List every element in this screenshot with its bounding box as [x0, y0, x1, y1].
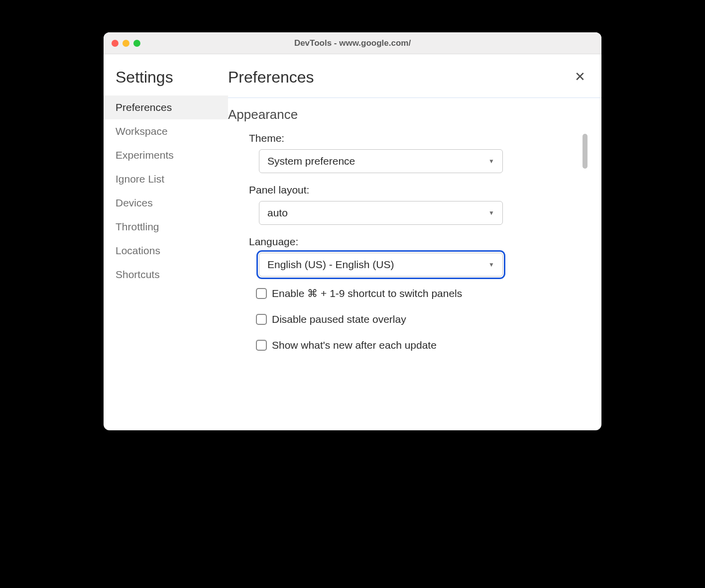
panel-layout-field: Panel layout: auto ▼ — [228, 184, 598, 225]
language-value: English (US) - English (US) — [267, 259, 394, 271]
traffic-lights — [104, 40, 140, 47]
checkbox-input[interactable] — [256, 288, 267, 299]
language-field: Language: English (US) - English (US) ▼ — [228, 236, 598, 277]
window-minimize-button[interactable] — [122, 40, 129, 47]
checkbox-whats-new: Show what's new after each update — [228, 339, 598, 351]
sidebar-item-label: Shortcuts — [116, 269, 160, 280]
section-title: Appearance — [228, 98, 598, 132]
titlebar: DevTools - www.google.com/ — [104, 32, 601, 54]
checkbox-label: Show what's new after each update — [272, 339, 437, 351]
sidebar-item-shortcuts[interactable]: Shortcuts — [104, 263, 228, 287]
checkbox-enable-shortcut: Enable ⌘ + 1-9 shortcut to switch panels — [228, 288, 598, 299]
sidebar-item-label: Experiments — [116, 149, 174, 161]
panel-layout-select[interactable]: auto ▼ — [259, 201, 503, 225]
theme-select[interactable]: System preference ▼ — [259, 149, 503, 173]
panel-layout-label: Panel layout: — [249, 184, 598, 196]
chevron-down-icon: ▼ — [488, 261, 494, 268]
checkbox-label: Enable ⌘ + 1-9 shortcut to switch panels — [272, 288, 462, 299]
theme-value: System preference — [267, 155, 355, 167]
panel-layout-value: auto — [267, 207, 288, 219]
sidebar-item-label: Workspace — [116, 125, 168, 137]
sidebar-item-label: Devices — [116, 197, 153, 208]
content: Settings Preferences Workspace Experimen… — [104, 54, 601, 430]
sidebar-item-label: Ignore List — [116, 173, 164, 185]
sidebar-item-locations[interactable]: Locations — [104, 239, 228, 263]
window-maximize-button[interactable] — [133, 40, 140, 47]
sidebar-item-devices[interactable]: Devices — [104, 191, 228, 215]
window-title: DevTools - www.google.com/ — [104, 38, 601, 48]
close-button[interactable]: ✕ — [571, 68, 589, 85]
sidebar-title: Settings — [104, 68, 228, 96]
sidebar-item-label: Locations — [116, 245, 160, 256]
window-close-button[interactable] — [112, 40, 118, 47]
chevron-down-icon: ▼ — [488, 158, 494, 165]
checkbox-input[interactable] — [256, 340, 267, 351]
app-window: DevTools - www.google.com/ Settings Pref… — [104, 32, 601, 430]
language-select[interactable]: English (US) - English (US) ▼ — [259, 253, 503, 277]
sidebar-item-label: Preferences — [116, 101, 172, 113]
chevron-down-icon: ▼ — [488, 209, 494, 216]
checkbox-input[interactable] — [256, 314, 267, 325]
checkbox-label: Disable paused state overlay — [272, 313, 406, 325]
scrollbar-thumb[interactable] — [583, 134, 588, 169]
sidebar-item-label: Throttling — [116, 221, 159, 232]
theme-label: Theme: — [249, 132, 598, 144]
sidebar: Settings Preferences Workspace Experimen… — [104, 54, 228, 430]
main-header: Preferences ✕ — [228, 68, 601, 98]
close-icon: ✕ — [575, 69, 586, 84]
sidebar-item-preferences[interactable]: Preferences — [104, 96, 228, 119]
main-panel: Preferences ✕ Appearance Theme: System p… — [228, 54, 601, 430]
language-label: Language: — [249, 236, 598, 248]
page-title: Preferences — [228, 68, 314, 98]
sidebar-item-throttling[interactable]: Throttling — [104, 215, 228, 239]
theme-field: Theme: System preference ▼ — [228, 132, 598, 173]
checkbox-disable-paused: Disable paused state overlay — [228, 313, 598, 325]
scroll-area[interactable]: Appearance Theme: System preference ▼ Pa… — [228, 98, 601, 425]
sidebar-item-ignore-list[interactable]: Ignore List — [104, 167, 228, 191]
sidebar-item-workspace[interactable]: Workspace — [104, 119, 228, 143]
sidebar-item-experiments[interactable]: Experiments — [104, 143, 228, 167]
